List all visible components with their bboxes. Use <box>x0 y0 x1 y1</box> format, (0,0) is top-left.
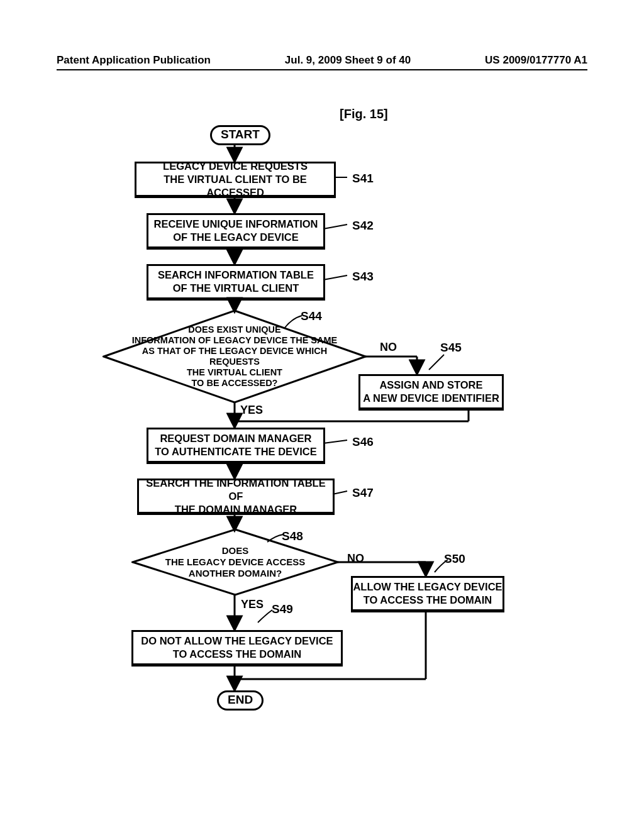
terminator-start: START <box>210 125 270 145</box>
terminator-end: END <box>217 690 264 711</box>
label-s46: S46 <box>352 435 374 449</box>
process-s47: SEARCH THE INFORMATION TABLE OF THE DOMA… <box>137 479 335 515</box>
decision-s48-text: DOES THE LEGACY DEVICE ACCESS ANOTHER DO… <box>165 545 306 579</box>
answer-s48-yes: YES <box>241 598 264 611</box>
process-s42-text: RECEIVE UNIQUE INFORMATION OF THE LEGACY… <box>154 218 318 244</box>
header-right: US 2009/0177770 A1 <box>485 54 587 67</box>
process-s49: DO NOT ALLOW THE LEGACY DEVICE TO ACCESS… <box>131 630 343 667</box>
decision-s44: DOES EXIST UNIQUE INFORMATION OF LEGACY … <box>103 309 367 404</box>
process-s49-text: DO NOT ALLOW THE LEGACY DEVICE TO ACCESS… <box>141 634 333 661</box>
label-s49: S49 <box>272 602 293 616</box>
process-s42: RECEIVE UNIQUE INFORMATION OF THE LEGACY… <box>147 213 325 250</box>
process-s41-text: LEGACY DEVICE REQUESTS THE VIRTUAL CLIEN… <box>136 160 334 199</box>
label-s43: S43 <box>352 270 374 284</box>
svg-line-10 <box>323 224 347 229</box>
label-s42: S42 <box>352 219 374 233</box>
label-s50: S50 <box>444 552 465 566</box>
label-s47: S47 <box>352 486 374 500</box>
label-s48: S48 <box>282 529 303 543</box>
process-s45: ASSIGN AND STORE A NEW DEVICE IDENTIFIER <box>358 374 504 411</box>
process-s43-text: SEARCH INFORMATION TABLE OF THE VIRTUAL … <box>158 268 314 295</box>
svg-line-15 <box>323 440 347 443</box>
header-left: Patent Application Publication <box>57 54 211 67</box>
figure-label: [Fig. 15] <box>340 107 388 121</box>
decision-s48: DOES THE LEGACY DEVICE ACCESS ANOTHER DO… <box>131 528 339 596</box>
page-header: Patent Application Publication Jul. 9, 2… <box>57 54 587 70</box>
decision-s44-text: DOES EXIST UNIQUE INFORMATION OF LEGACY … <box>128 324 341 389</box>
svg-line-16 <box>333 491 347 494</box>
process-s50: ALLOW THE LEGACY DEVICE TO ACCESS THE DO… <box>351 576 504 612</box>
header-center: Jul. 9, 2009 Sheet 9 of 40 <box>285 54 411 67</box>
label-s45: S45 <box>440 341 462 355</box>
process-s46: REQUEST DOMAIN MANAGER TO AUTHENTICATE T… <box>147 428 325 464</box>
label-s44: S44 <box>301 309 322 323</box>
answer-s48-no: NO <box>347 552 364 565</box>
answer-s44-yes: YES <box>240 404 263 417</box>
process-s43: SEARCH INFORMATION TABLE OF THE VIRTUAL … <box>147 264 325 301</box>
process-s50-text: ALLOW THE LEGACY DEVICE TO ACCESS THE DO… <box>353 580 502 607</box>
process-s47-text: SEARCH THE INFORMATION TABLE OF THE DOMA… <box>139 477 333 516</box>
answer-s44-no: NO <box>380 341 397 354</box>
svg-line-11 <box>323 275 347 280</box>
process-s41: LEGACY DEVICE REQUESTS THE VIRTUAL CLIEN… <box>135 162 336 198</box>
label-s41: S41 <box>352 172 374 185</box>
flowchart-connectors <box>0 0 644 830</box>
process-s45-text: ASSIGN AND STORE A NEW DEVICE IDENTIFIER <box>363 379 499 405</box>
process-s46-text: REQUEST DOMAIN MANAGER TO AUTHENTICATE T… <box>155 432 316 458</box>
